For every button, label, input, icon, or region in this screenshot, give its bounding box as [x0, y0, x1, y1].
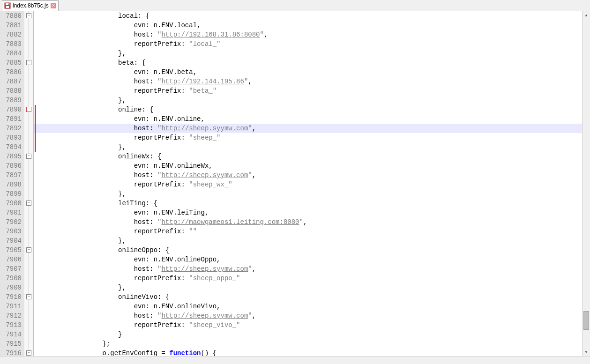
code-line[interactable]: leiTing: {: [34, 199, 590, 208]
code-line[interactable]: host: "http://sheep.syymw.com",: [34, 264, 590, 274]
fold-toggle[interactable]: −: [26, 13, 31, 18]
line-number: 7912: [0, 311, 22, 320]
line-number: 7889: [0, 96, 22, 105]
code-line[interactable]: },: [34, 96, 590, 105]
line-number: 7882: [0, 30, 22, 39]
line-number: 7884: [0, 49, 22, 58]
code-line[interactable]: };: [34, 339, 590, 349]
scroll-up-arrow[interactable]: ▲: [583, 11, 590, 19]
line-number-gutter[interactable]: 7880788178827883788478857886788778887889…: [0, 11, 24, 364]
line-number: 7915: [0, 339, 22, 349]
line-number: 7881: [0, 21, 22, 30]
line-number: 7909: [0, 283, 22, 292]
change-marker: [35, 105, 36, 152]
scroll-thumb[interactable]: [583, 311, 589, 330]
code-line[interactable]: host: "http://sheep.syymw.com",: [34, 311, 590, 320]
line-number: 7913: [0, 320, 22, 330]
code-line[interactable]: onlineVivo: {: [34, 292, 590, 302]
line-number: 7904: [0, 236, 22, 245]
line-number: 7891: [0, 114, 22, 124]
code-line[interactable]: },: [34, 283, 590, 292]
code-line[interactable]: reportPrefix: "sheep_oppo_": [34, 274, 590, 283]
code-line[interactable]: reportPrefix: "": [34, 227, 590, 236]
svg-rect-2: [6, 6, 9, 8]
code-line[interactable]: evn: n.ENV.online,: [34, 114, 590, 124]
save-icon: [4, 2, 11, 9]
fold-toggle[interactable]: −: [26, 247, 31, 253]
line-number: 7907: [0, 264, 22, 274]
vertical-scrollbar[interactable]: ▲ ▼: [582, 11, 590, 356]
line-number: 7893: [0, 133, 22, 142]
line-number: 7899: [0, 189, 22, 199]
line-number: 7914: [0, 330, 22, 339]
line-number: 7887: [0, 77, 22, 86]
fold-column[interactable]: −−−−−−−−: [24, 11, 34, 364]
fold-toggle[interactable]: −: [26, 350, 31, 356]
svg-rect-1: [6, 3, 9, 5]
code-line[interactable]: }: [34, 330, 590, 339]
line-number: 7900: [0, 199, 22, 208]
close-icon[interactable]: ✕: [51, 3, 56, 8]
code-line[interactable]: reportPrefix: "local_": [34, 39, 590, 49]
code-line[interactable]: evn: n.ENV.local,: [34, 21, 590, 30]
code-line[interactable]: host: "http://maowgameos1.leiting.com:80…: [34, 217, 590, 227]
line-number: 7880: [0, 11, 22, 21]
code-line[interactable]: reportPrefix: "sheep_wx_": [34, 180, 590, 189]
svg-rect-3: [8, 4, 9, 5]
fold-toggle[interactable]: −: [26, 201, 31, 206]
line-number: 7892: [0, 124, 22, 133]
fold-toggle[interactable]: −: [26, 294, 31, 299]
line-number: 7910: [0, 292, 22, 302]
line-number: 7890: [0, 105, 22, 114]
line-number: 7901: [0, 208, 22, 217]
editor: 7880788178827883788478857886788778887889…: [0, 11, 590, 364]
line-number: 7908: [0, 274, 22, 283]
code-line[interactable]: host: "http://192.144.195.86",: [34, 77, 590, 86]
line-number: 7896: [0, 161, 22, 171]
horizontal-scrollbar[interactable]: [0, 356, 590, 364]
code-line[interactable]: onlineOppo: {: [34, 245, 590, 255]
line-number: 7897: [0, 171, 22, 180]
tab-bar: index.8b75c.js ✕: [0, 0, 590, 11]
code-line[interactable]: },: [34, 49, 590, 58]
code-line[interactable]: reportPrefix: "sheep_vivo_": [34, 320, 590, 330]
code-area[interactable]: local: { evn: n.ENV.local, host: "http:/…: [34, 11, 590, 364]
code-line[interactable]: onlineWx: {: [34, 152, 590, 161]
code-line[interactable]: beta: {: [34, 58, 590, 67]
code-line[interactable]: },: [34, 236, 590, 245]
code-line[interactable]: host: "http://sheep.syymw.com",: [34, 171, 590, 180]
line-number: 7906: [0, 255, 22, 264]
code-line[interactable]: },: [34, 142, 590, 152]
line-number: 7905: [0, 245, 22, 255]
line-number: 7883: [0, 39, 22, 49]
code-line[interactable]: evn: n.ENV.onlineWx,: [34, 161, 590, 171]
code-line[interactable]: evn: n.ENV.leiTing,: [34, 208, 590, 217]
code-line[interactable]: reportPrefix: "sheep_": [34, 133, 590, 142]
code-line[interactable]: online: {: [34, 105, 590, 114]
fold-toggle[interactable]: −: [26, 107, 31, 112]
file-tab[interactable]: index.8b75c.js ✕: [2, 0, 59, 11]
code-line[interactable]: evn: n.ENV.onlineVivo,: [34, 302, 590, 311]
line-number: 7911: [0, 302, 22, 311]
line-number: 7894: [0, 142, 22, 152]
line-number: 7903: [0, 227, 22, 236]
line-number: 7902: [0, 217, 22, 227]
fold-toggle[interactable]: −: [26, 154, 31, 159]
tab-filename: index.8b75c.js: [13, 2, 49, 9]
fold-toggle[interactable]: −: [26, 60, 31, 65]
code-line[interactable]: local: {: [34, 11, 590, 21]
code-line[interactable]: host: "http://192.168.31.86:8080",: [34, 30, 590, 39]
line-number: 7886: [0, 67, 22, 77]
code-line[interactable]: reportPrefix: "beta_": [34, 86, 590, 96]
line-number: 7898: [0, 180, 22, 189]
line-number: 7888: [0, 86, 22, 96]
code-line[interactable]: evn: n.ENV.onlineOppo,: [34, 255, 590, 264]
code-line[interactable]: host: "http://sheep.syymw.com",: [34, 124, 590, 133]
scroll-down-arrow[interactable]: ▼: [583, 348, 590, 356]
code-line[interactable]: },: [34, 189, 590, 199]
code-line[interactable]: evn: n.ENV.beta,: [34, 67, 590, 77]
line-number: 7895: [0, 152, 22, 161]
line-number: 7885: [0, 58, 22, 67]
